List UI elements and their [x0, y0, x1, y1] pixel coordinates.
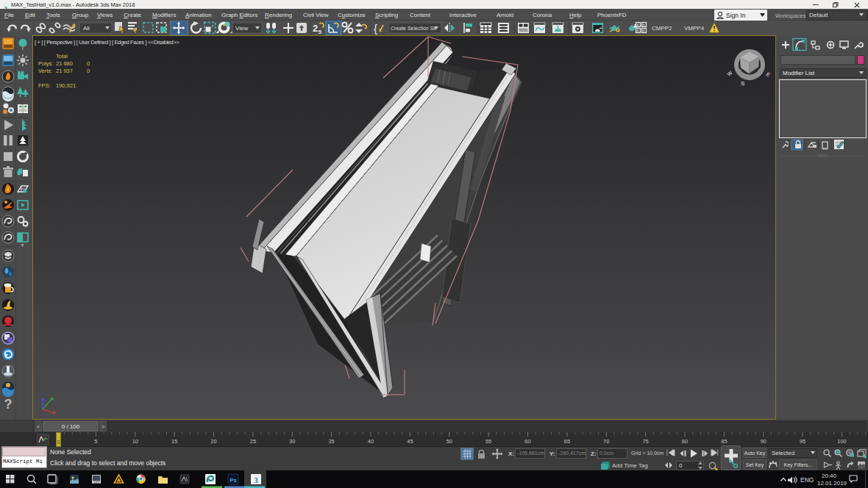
svg-text:3: 3	[254, 476, 258, 484]
svg-text:Ps: Ps	[230, 477, 236, 484]
svg-text:123: 123	[93, 481, 99, 484]
